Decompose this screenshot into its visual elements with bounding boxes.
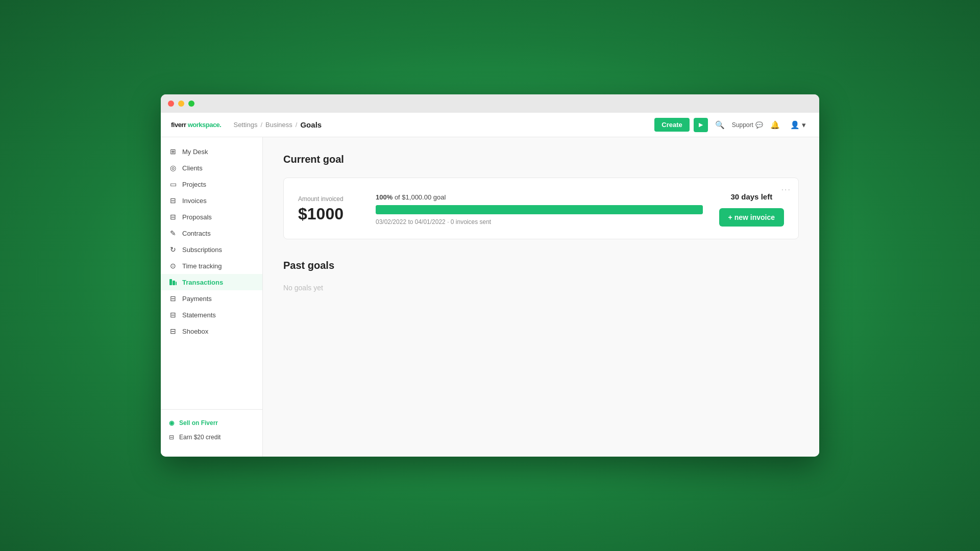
sidebar-item-invoices[interactable]: ⊟ Invoices: [161, 192, 262, 209]
nav-bar: fiverr workspace. Settings / Business / …: [161, 113, 819, 137]
past-goals-title: Past goals: [283, 260, 799, 271]
invoices-icon: ⊟: [169, 196, 177, 205]
current-goal-title: Current goal: [283, 154, 799, 165]
payments-icon: ⊟: [169, 294, 177, 303]
proposals-icon: ⊟: [169, 213, 177, 221]
sidebar-label-time-tracking: Time tracking: [182, 262, 222, 270]
sidebar-item-contracts[interactable]: ✎ Contracts: [161, 225, 262, 241]
sidebar-bottom-sell-on-fiverr[interactable]: ◉ Sell on Fiverr: [161, 416, 262, 430]
sidebar-item-transactions[interactable]: Transactions: [161, 274, 262, 290]
breadcrumb: Settings / Business / Goals: [233, 120, 654, 129]
goal-progress-section: 100% of $1,000.00 goal 03/02/2022 to 04/…: [376, 193, 703, 226]
statements-icon: ⊟: [169, 311, 177, 319]
notification-icon: 🔔: [770, 120, 780, 129]
user-icon: 👤: [790, 120, 800, 129]
play-button[interactable]: ▶: [694, 118, 708, 132]
clients-icon: ◎: [169, 164, 177, 172]
sidebar-item-clients[interactable]: ◎ Clients: [161, 160, 262, 176]
progress-bar-background: [376, 205, 703, 214]
sidebar-item-proposals[interactable]: ⊟ Proposals: [161, 209, 262, 225]
breadcrumb-current: Goals: [300, 120, 322, 129]
sidebar-item-shoebox[interactable]: ⊟ Shoebox: [161, 323, 262, 339]
traffic-light-yellow[interactable]: [178, 101, 184, 107]
sidebar-item-time-tracking[interactable]: ⊙ Time tracking: [161, 258, 262, 274]
contracts-icon: ✎: [169, 229, 177, 237]
sidebar-label-invoices: Invoices: [182, 197, 207, 205]
no-goals-message: No goals yet: [283, 284, 799, 292]
sidebar-item-subscriptions[interactable]: ↻ Subscriptions: [161, 241, 262, 258]
invoices-sent-text: 0 invoices sent: [451, 218, 491, 226]
sidebar-label-shoebox: Shoebox: [182, 328, 208, 335]
sidebar-label-contracts: Contracts: [182, 230, 211, 237]
sidebar: ⊞ My Desk ◎ Clients ▭ Projects ⊟ Invoice…: [161, 137, 263, 457]
goal-amount-value: $1000: [298, 205, 359, 223]
search-icon: 🔍: [715, 120, 725, 129]
earn-credit-icon: ⊟: [169, 434, 174, 441]
card-menu-button[interactable]: ···: [781, 185, 791, 194]
svg-rect-2: [176, 282, 177, 285]
sidebar-label-clients: Clients: [182, 164, 203, 172]
sidebar-label-statements: Statements: [182, 311, 216, 319]
breadcrumb-sep-2: /: [296, 121, 298, 129]
sidebar-label-proposals: Proposals: [182, 213, 212, 221]
sidebar-label-projects: Projects: [182, 181, 206, 188]
sidebar-item-my-desk[interactable]: ⊞ My Desk: [161, 143, 262, 160]
goal-amount-label: Amount invoiced: [298, 195, 359, 203]
goal-goal-text: of $1,000.00 goal: [395, 193, 446, 201]
transactions-icon: [169, 278, 177, 286]
earn-credit-label: Earn $20 credit: [179, 434, 220, 441]
search-button[interactable]: 🔍: [712, 118, 728, 132]
projects-icon: ▭: [169, 180, 177, 188]
subscriptions-icon: ↻: [169, 245, 177, 254]
goal-percent: 100%: [376, 193, 393, 201]
new-invoice-button[interactable]: + new invoice: [719, 208, 784, 227]
create-button[interactable]: Create: [654, 118, 689, 132]
sidebar-item-payments[interactable]: ⊟ Payments: [161, 290, 262, 307]
current-goal-card: ··· Amount invoiced $1000 100% of $1,000…: [283, 178, 799, 239]
goal-percent-text: 100% of $1,000.00 goal: [376, 193, 703, 201]
goal-right-section: 30 days left + new invoice: [719, 192, 784, 227]
sidebar-label-transactions: Transactions: [182, 279, 223, 286]
user-button[interactable]: 👤 ▾: [787, 118, 809, 132]
goal-date-range: 03/02/2022 to 04/01/2022 · 0 invoices se…: [376, 218, 703, 226]
traffic-light-green[interactable]: [188, 101, 194, 107]
past-goals-section: Past goals No goals yet: [283, 260, 799, 292]
sidebar-label-subscriptions: Subscriptions: [182, 246, 222, 254]
support-icon: 💬: [755, 121, 763, 129]
sidebar-label-my-desk: My Desk: [182, 148, 208, 156]
browser-titlebar: [161, 94, 819, 113]
sidebar-item-projects[interactable]: ▭ Projects: [161, 176, 262, 192]
support-label: Support: [732, 121, 753, 129]
sidebar-label-payments: Payments: [182, 295, 212, 303]
sidebar-bottom-earn-credit[interactable]: ⊟ Earn $20 credit: [161, 430, 262, 444]
support-link[interactable]: Support 💬: [732, 121, 763, 129]
sidebar-bottom: ◉ Sell on Fiverr ⊟ Earn $20 credit: [161, 409, 262, 450]
sell-fiverr-label: Sell on Fiverr: [179, 419, 218, 427]
svg-rect-1: [173, 281, 175, 285]
chevron-down-icon: ▾: [802, 120, 806, 129]
date-separator: ·: [447, 218, 451, 226]
time-tracking-icon: ⊙: [169, 262, 177, 270]
progress-bar-fill: [376, 205, 703, 214]
sell-fiverr-icon: ◉: [169, 419, 174, 427]
days-left: 30 days left: [719, 192, 784, 201]
sidebar-item-statements[interactable]: ⊟ Statements: [161, 307, 262, 323]
home-icon: ⊞: [169, 147, 177, 156]
svg-rect-0: [169, 279, 172, 285]
main-content: Current goal ··· Amount invoiced $1000 1…: [263, 137, 819, 457]
breadcrumb-settings[interactable]: Settings: [233, 121, 257, 129]
nav-actions: Create ▶ 🔍 Support 💬 🔔 👤 ▾: [654, 118, 809, 132]
breadcrumb-sep-1: /: [260, 121, 262, 129]
goal-amount-section: Amount invoiced $1000: [298, 195, 359, 223]
notification-button[interactable]: 🔔: [767, 118, 783, 132]
breadcrumb-business[interactable]: Business: [265, 121, 292, 129]
date-range-text: 03/02/2022 to 04/01/2022: [376, 218, 446, 226]
app-logo: fiverr workspace.: [171, 121, 221, 129]
traffic-light-red[interactable]: [168, 101, 174, 107]
shoebox-icon: ⊟: [169, 327, 177, 335]
